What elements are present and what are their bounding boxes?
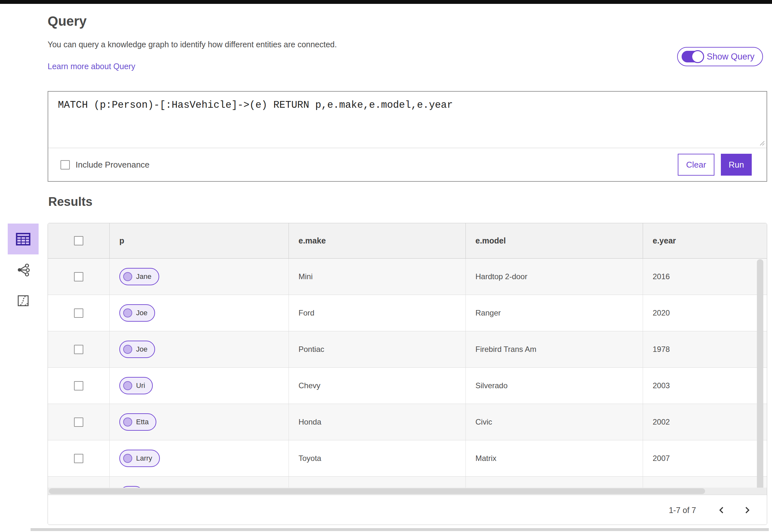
table-row: Joe Ford Ranger 2020 bbox=[48, 295, 767, 331]
cell-make: Chevy bbox=[289, 368, 466, 404]
link-chart-view-button[interactable] bbox=[8, 254, 39, 285]
card-bottom-shadow bbox=[31, 528, 769, 531]
toggle-switch-icon[interactable] bbox=[682, 51, 703, 62]
entity-label: Joe bbox=[136, 309, 147, 317]
next-page-button[interactable] bbox=[740, 503, 754, 517]
pagination-range-label: 1-7 of 7 bbox=[669, 506, 696, 515]
cell-year: 2003 bbox=[643, 368, 767, 404]
vertical-scrollbar[interactable] bbox=[757, 259, 763, 494]
clear-button[interactable]: Clear bbox=[678, 154, 714, 176]
query-description: You can query a knowledge graph to ident… bbox=[48, 40, 337, 49]
entity-pill[interactable]: Etta bbox=[119, 413, 156, 431]
column-header-make[interactable]: e.make bbox=[289, 223, 466, 258]
cell-year: 2007 bbox=[643, 440, 767, 476]
results-view-toolbar bbox=[8, 224, 39, 316]
map-icon bbox=[16, 294, 30, 308]
cell-model: Civic bbox=[466, 404, 643, 440]
entity-node-icon bbox=[123, 417, 132, 427]
entity-node-icon bbox=[123, 454, 132, 463]
entity-label: Uri bbox=[136, 381, 145, 390]
include-provenance-checkbox[interactable] bbox=[60, 160, 70, 170]
results-table-card: p e.make e.model e.year Jane Mini Hardto… bbox=[48, 223, 767, 525]
entity-pill[interactable]: Uri bbox=[119, 377, 153, 394]
entity-node-icon bbox=[123, 381, 132, 390]
row-checkbox[interactable] bbox=[74, 454, 83, 463]
entity-pill[interactable]: Larry bbox=[119, 450, 160, 467]
cell-model: Matrix bbox=[466, 440, 643, 476]
row-checkbox[interactable] bbox=[74, 272, 83, 281]
cell-model: Ranger bbox=[466, 295, 643, 331]
row-checkbox[interactable] bbox=[74, 381, 83, 390]
row-checkbox[interactable] bbox=[74, 417, 83, 427]
table-body: Jane Mini Hardtop 2-door 2016 Joe Ford R… bbox=[48, 259, 767, 495]
cell-year: 2020 bbox=[643, 295, 767, 331]
entity-pill[interactable]: Joe bbox=[119, 341, 155, 358]
table-row: Jane Mini Hardtop 2-door 2016 bbox=[48, 259, 767, 295]
entity-pill[interactable]: Joe bbox=[119, 304, 155, 322]
entity-label: Larry bbox=[136, 454, 152, 463]
cell-make: Honda bbox=[289, 404, 466, 440]
cell-make: Pontiac bbox=[289, 331, 466, 367]
select-all-checkbox[interactable] bbox=[74, 236, 83, 245]
page-title: Query bbox=[48, 14, 87, 29]
run-button[interactable]: Run bbox=[721, 154, 752, 176]
toggle-knob bbox=[691, 50, 704, 63]
column-header-model[interactable]: e.model bbox=[466, 223, 643, 258]
learn-more-link[interactable]: Learn more about Query bbox=[48, 62, 135, 71]
query-input[interactable]: MATCH (p:Person)-[:HasVehicle]->(e) RETU… bbox=[48, 92, 767, 148]
entity-node-icon bbox=[123, 345, 132, 354]
entity-pill[interactable]: Jane bbox=[119, 268, 159, 285]
pagination-bar: 1-7 of 7 bbox=[48, 495, 767, 525]
query-panel-footer: Include Provenance Clear Run bbox=[48, 148, 767, 181]
cell-year: 2002 bbox=[643, 404, 767, 440]
show-query-label: Show Query bbox=[707, 52, 755, 62]
resize-handle-icon[interactable] bbox=[758, 139, 765, 147]
cell-model: Silverado bbox=[466, 368, 643, 404]
chevron-left-icon bbox=[717, 505, 727, 515]
window-top-edge bbox=[0, 0, 772, 4]
horizontal-scrollbar-track[interactable] bbox=[48, 488, 767, 495]
table-row: Etta Honda Civic 2002 bbox=[48, 404, 767, 440]
entity-label: Joe bbox=[136, 345, 147, 353]
table-row: Joe Pontiac Firebird Trans Am 1978 bbox=[48, 331, 767, 368]
column-header-year[interactable]: e.year bbox=[643, 223, 767, 258]
table-row: Uri Chevy Silverado 2003 bbox=[48, 368, 767, 404]
table-row: Larry Toyota Matrix 2007 bbox=[48, 440, 767, 477]
table-icon bbox=[14, 230, 32, 248]
cell-make: Mini bbox=[289, 259, 466, 295]
entity-node-icon bbox=[123, 272, 132, 281]
previous-page-button[interactable] bbox=[715, 503, 729, 517]
cell-year: 1978 bbox=[643, 331, 767, 367]
entity-label: Etta bbox=[136, 418, 149, 426]
row-checkbox[interactable] bbox=[74, 308, 83, 318]
map-view-button[interactable] bbox=[8, 285, 39, 316]
entity-label: Jane bbox=[136, 272, 152, 281]
horizontal-scrollbar-thumb[interactable] bbox=[49, 488, 705, 494]
entity-node-icon bbox=[123, 308, 132, 317]
table-view-button[interactable] bbox=[8, 224, 39, 254]
chevron-right-icon bbox=[742, 505, 752, 515]
show-query-toggle[interactable]: Show Query bbox=[677, 47, 763, 66]
cell-year: 2016 bbox=[643, 259, 767, 295]
table-header-row: p e.make e.model e.year bbox=[48, 223, 767, 259]
include-provenance-label: Include Provenance bbox=[76, 160, 150, 170]
cell-model: Hardtop 2-door bbox=[466, 259, 643, 295]
results-title: Results bbox=[48, 195, 92, 209]
cell-make: Toyota bbox=[289, 440, 466, 476]
cell-model: Firebird Trans Am bbox=[466, 331, 643, 367]
row-checkbox[interactable] bbox=[74, 345, 83, 354]
query-editor-panel: MATCH (p:Person)-[:HasVehicle]->(e) RETU… bbox=[48, 91, 767, 182]
cell-make: Ford bbox=[289, 295, 466, 331]
link-chart-icon bbox=[16, 262, 31, 277]
column-header-p[interactable]: p bbox=[110, 223, 289, 258]
